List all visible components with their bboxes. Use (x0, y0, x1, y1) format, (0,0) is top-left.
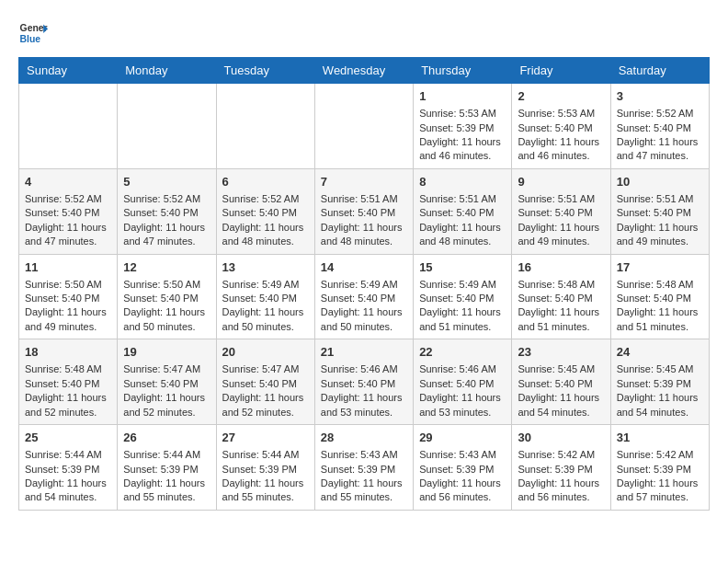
day-info: and 46 minutes. (518, 149, 604, 163)
day-info: Daylight: 11 hours (123, 477, 210, 490)
day-info: and 49 minutes. (617, 235, 703, 248)
calendar-cell: 24Sunrise: 5:45 AMSunset: 5:39 PMDayligh… (610, 339, 709, 425)
day-number: 28 (321, 430, 407, 446)
calendar-cell: 7Sunrise: 5:51 AMSunset: 5:40 PMDaylight… (314, 168, 413, 254)
day-info: Sunset: 5:39 PM (123, 463, 210, 477)
day-info: Sunrise: 5:45 AM (617, 362, 703, 376)
calendar-cell: 19Sunrise: 5:47 AMSunset: 5:40 PMDayligh… (118, 339, 216, 425)
day-info: and 52 minutes. (25, 406, 111, 419)
day-info: Sunrise: 5:44 AM (25, 448, 111, 462)
calendar-cell: 3Sunrise: 5:52 AMSunset: 5:40 PMDaylight… (610, 84, 709, 169)
day-info: Sunrise: 5:43 AM (419, 448, 506, 462)
day-info: Sunset: 5:40 PM (518, 292, 604, 305)
day-info: Daylight: 11 hours (321, 221, 407, 235)
day-info: Sunset: 5:40 PM (321, 292, 407, 305)
day-info: Sunset: 5:40 PM (617, 121, 703, 135)
day-info: and 50 minutes. (123, 320, 210, 334)
day-info: Sunset: 5:40 PM (25, 292, 111, 305)
day-info: Daylight: 11 hours (518, 477, 604, 490)
day-info: and 50 minutes. (321, 320, 407, 334)
day-info: Daylight: 11 hours (518, 391, 604, 405)
day-info: Sunrise: 5:46 AM (419, 362, 506, 376)
calendar-cell: 4Sunrise: 5:52 AMSunset: 5:40 PMDaylight… (19, 168, 118, 254)
day-of-week-header: Thursday (414, 58, 512, 84)
calendar-cell: 8Sunrise: 5:51 AMSunset: 5:40 PMDaylight… (414, 168, 512, 254)
day-info: Sunset: 5:39 PM (419, 121, 506, 135)
day-info: and 48 minutes. (222, 235, 309, 248)
day-info: and 53 minutes. (321, 406, 407, 419)
day-info: and 47 minutes. (617, 149, 703, 163)
day-number: 4 (25, 174, 111, 190)
day-info: and 49 minutes. (518, 235, 604, 248)
calendar-cell: 28Sunrise: 5:43 AMSunset: 5:39 PMDayligh… (314, 425, 413, 511)
calendar-cell: 9Sunrise: 5:51 AMSunset: 5:40 PMDaylight… (512, 168, 610, 254)
day-info: Sunset: 5:40 PM (222, 292, 309, 305)
day-info: Daylight: 11 hours (419, 221, 506, 235)
day-info: and 51 minutes. (518, 320, 604, 334)
page-header: General Blue (18, 18, 710, 48)
day-info: Sunrise: 5:49 AM (222, 278, 309, 292)
calendar-cell: 11Sunrise: 5:50 AMSunset: 5:40 PMDayligh… (19, 254, 118, 339)
day-info: Daylight: 11 hours (518, 221, 604, 235)
svg-text:Blue: Blue (20, 34, 41, 44)
day-info: Daylight: 11 hours (222, 221, 309, 235)
calendar-cell (314, 84, 413, 169)
day-info: Sunset: 5:40 PM (419, 292, 506, 305)
day-info: Daylight: 11 hours (25, 391, 111, 405)
day-info: Daylight: 11 hours (617, 135, 703, 149)
calendar-cell: 23Sunrise: 5:45 AMSunset: 5:40 PMDayligh… (512, 339, 610, 425)
day-info: and 51 minutes. (419, 320, 506, 334)
day-info: Daylight: 11 hours (419, 135, 506, 149)
day-info: Daylight: 11 hours (617, 305, 703, 319)
day-number: 30 (518, 430, 604, 446)
day-info: Sunrise: 5:51 AM (617, 192, 703, 206)
day-info: Daylight: 11 hours (321, 477, 407, 490)
calendar-cell: 25Sunrise: 5:44 AMSunset: 5:39 PMDayligh… (19, 425, 118, 511)
day-info: and 56 minutes. (419, 490, 506, 504)
day-info: Sunrise: 5:48 AM (518, 278, 604, 292)
day-number: 22 (419, 344, 506, 361)
calendar-cell: 10Sunrise: 5:51 AMSunset: 5:40 PMDayligh… (610, 168, 709, 254)
day-number: 11 (25, 259, 111, 276)
day-info: Sunset: 5:39 PM (419, 463, 506, 477)
day-info: Daylight: 11 hours (222, 477, 309, 490)
calendar-week-row: 1Sunrise: 5:53 AMSunset: 5:39 PMDaylight… (19, 84, 710, 169)
day-info: Sunset: 5:40 PM (518, 121, 604, 135)
calendar-week-row: 11Sunrise: 5:50 AMSunset: 5:40 PMDayligh… (19, 254, 710, 339)
day-info: and 54 minutes. (617, 406, 703, 419)
calendar-cell: 29Sunrise: 5:43 AMSunset: 5:39 PMDayligh… (414, 425, 512, 511)
day-info: and 51 minutes. (617, 320, 703, 334)
day-info: Sunrise: 5:48 AM (617, 278, 703, 292)
day-info: Sunset: 5:40 PM (518, 206, 604, 220)
day-info: Sunset: 5:39 PM (222, 463, 309, 477)
day-number: 8 (419, 174, 506, 190)
day-info: and 47 minutes. (123, 235, 210, 248)
day-number: 27 (222, 430, 309, 446)
day-info: Sunrise: 5:43 AM (321, 448, 407, 462)
calendar-cell: 6Sunrise: 5:52 AMSunset: 5:40 PMDaylight… (216, 168, 314, 254)
day-info: Sunrise: 5:50 AM (123, 278, 210, 292)
day-info: Sunset: 5:40 PM (419, 206, 506, 220)
day-info: Daylight: 11 hours (222, 391, 309, 405)
day-number: 29 (419, 430, 506, 446)
calendar-cell: 15Sunrise: 5:49 AMSunset: 5:40 PMDayligh… (414, 254, 512, 339)
day-number: 18 (25, 344, 111, 361)
day-info: Sunset: 5:39 PM (321, 463, 407, 477)
day-number: 5 (123, 174, 210, 190)
day-info: Daylight: 11 hours (321, 391, 407, 405)
day-number: 7 (321, 174, 407, 190)
day-info: Sunset: 5:40 PM (25, 377, 111, 391)
day-info: Sunrise: 5:50 AM (25, 278, 111, 292)
day-info: and 54 minutes. (518, 406, 604, 419)
day-number: 21 (321, 344, 407, 361)
day-info: Sunset: 5:40 PM (222, 206, 309, 220)
calendar-cell: 13Sunrise: 5:49 AMSunset: 5:40 PMDayligh… (216, 254, 314, 339)
calendar-cell: 12Sunrise: 5:50 AMSunset: 5:40 PMDayligh… (118, 254, 216, 339)
day-info: and 49 minutes. (25, 320, 111, 334)
calendar-cell: 14Sunrise: 5:49 AMSunset: 5:40 PMDayligh… (314, 254, 413, 339)
calendar-cell: 16Sunrise: 5:48 AMSunset: 5:40 PMDayligh… (512, 254, 610, 339)
day-info: and 48 minutes. (419, 235, 506, 248)
day-info: and 46 minutes. (419, 149, 506, 163)
day-info: and 52 minutes. (222, 406, 309, 419)
calendar-cell: 22Sunrise: 5:46 AMSunset: 5:40 PMDayligh… (414, 339, 512, 425)
